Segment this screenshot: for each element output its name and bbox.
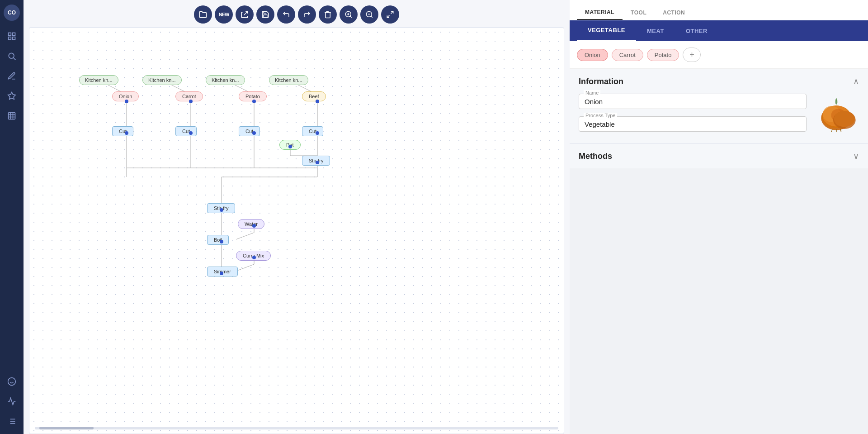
process-label: Process Type: [584, 113, 617, 118]
node-cut-4[interactable]: Cut: [302, 126, 323, 136]
star-icon[interactable]: [4, 88, 20, 104]
flow-canvas[interactable]: Kitchen kn... Kitchen kn... Kitchen kn..…: [29, 27, 564, 434]
onion-image: [814, 94, 859, 134]
dot-water: [252, 224, 256, 228]
svg-line-54: [236, 264, 254, 271]
list-icon[interactable]: [4, 413, 20, 429]
dot-cut-2: [189, 131, 193, 135]
main-content: NEW: [24, 0, 868, 434]
tab-action[interactable]: ACTION: [655, 5, 693, 20]
canvas-scrollbar[interactable]: [29, 426, 564, 430]
material-tags: Onion Carrot Potato +: [570, 41, 868, 69]
tag-carrot[interactable]: Carrot: [612, 49, 643, 61]
canvas-area: NEW: [24, 0, 570, 434]
tag-potato[interactable]: Potato: [647, 49, 679, 61]
svg-line-26: [371, 16, 372, 17]
name-label: Name: [584, 90, 600, 95]
node-boil[interactable]: Boil: [207, 235, 229, 245]
tag-onion[interactable]: Onion: [577, 49, 608, 61]
name-field-group: Name: [579, 94, 807, 109]
dot-carrot: [189, 100, 193, 103]
info-chevron-icon: ∧: [853, 76, 859, 86]
svg-line-5: [14, 58, 16, 60]
zoom-out-button[interactable]: [360, 5, 378, 24]
edit-icon[interactable]: [4, 68, 20, 84]
info-fields: Name Process Type: [579, 94, 807, 132]
dashboard-icon[interactable]: [4, 28, 20, 44]
sidebar: CO: [0, 0, 24, 434]
node-kitchen-4[interactable]: Kitchen kn...: [269, 75, 308, 85]
dot-curry: [252, 256, 256, 259]
svg-line-29: [387, 15, 389, 18]
fit-button[interactable]: [381, 5, 399, 24]
cat-vegetable[interactable]: VEGETABLE: [577, 20, 636, 41]
node-water[interactable]: Water: [238, 219, 264, 229]
open-button[interactable]: [194, 5, 212, 24]
information-header[interactable]: Information ∧: [570, 69, 868, 94]
svg-rect-2: [9, 37, 11, 40]
svg-rect-7: [9, 113, 15, 119]
add-material-button[interactable]: +: [683, 48, 701, 62]
right-panel: MATERIAL TOOL ACTION VEGETABLE MEAT OTHE…: [570, 0, 868, 434]
zoom-in-button[interactable]: [340, 5, 358, 24]
svg-rect-3: [13, 37, 15, 40]
tab-material[interactable]: MATERIAL: [577, 5, 623, 20]
delete-button[interactable]: [319, 5, 337, 24]
new-button[interactable]: NEW: [215, 5, 233, 24]
dot-stirfry-1: [316, 161, 319, 164]
cat-other[interactable]: OTHER: [675, 21, 718, 41]
svg-point-12: [8, 378, 16, 386]
scrollbar-track: [35, 427, 558, 429]
svg-line-28: [391, 11, 393, 14]
node-kitchen-3[interactable]: Kitchen kn...: [206, 75, 245, 85]
information-title: Information: [579, 77, 623, 86]
information-section: Information ∧ Name Process Type: [570, 69, 868, 143]
process-field-group: Process Type: [579, 116, 807, 132]
toolbar: NEW: [24, 0, 570, 27]
svg-line-51: [236, 233, 254, 239]
flow-lines: [29, 28, 564, 434]
dot-boil: [220, 240, 223, 243]
analytics-icon[interactable]: [4, 393, 20, 410]
svg-rect-0: [9, 33, 11, 36]
methods-chevron-icon: ∨: [853, 151, 859, 161]
methods-header[interactable]: Methods ∨: [570, 144, 868, 168]
svg-line-22: [350, 16, 351, 17]
dot-pot: [288, 145, 292, 148]
tab-tool[interactable]: TOOL: [623, 5, 655, 20]
node-kitchen-2[interactable]: Kitchen kn...: [142, 75, 182, 85]
svg-marker-6: [8, 92, 16, 100]
smile-icon[interactable]: [4, 373, 20, 390]
scrollbar-thumb[interactable]: [39, 427, 94, 429]
svg-point-63: [834, 111, 855, 127]
methods-title: Methods: [579, 152, 612, 161]
undo-button[interactable]: [277, 5, 295, 24]
dot-simmer: [220, 272, 223, 275]
grid-icon[interactable]: [4, 108, 20, 124]
node-kitchen-1[interactable]: Kitchen kn...: [79, 75, 118, 85]
panel-tabs: MATERIAL TOOL ACTION: [570, 0, 868, 20]
dot-beef: [316, 100, 319, 103]
dot-cut-3: [252, 131, 256, 135]
node-beef[interactable]: Beef: [302, 91, 326, 101]
name-input[interactable]: [585, 98, 801, 105]
dot-onion: [125, 100, 128, 103]
save-button[interactable]: [256, 5, 274, 24]
svg-rect-1: [13, 33, 15, 36]
onion-svg: [816, 96, 857, 132]
node-cut-1[interactable]: Cut: [112, 126, 133, 136]
search-icon[interactable]: [4, 48, 20, 64]
svg-point-4: [9, 53, 14, 58]
methods-section: Methods ∨: [570, 143, 868, 168]
node-cut-2[interactable]: Cut: [175, 126, 197, 136]
dot-potato: [252, 100, 256, 103]
information-body: Name Process Type: [570, 94, 868, 143]
avatar[interactable]: CO: [4, 5, 20, 21]
save-as-button[interactable]: [236, 5, 254, 24]
node-cut-3[interactable]: Cut: [239, 126, 260, 136]
category-bar: VEGETABLE MEAT OTHER: [570, 20, 868, 41]
cat-meat[interactable]: MEAT: [636, 21, 675, 41]
redo-button[interactable]: [298, 5, 316, 24]
process-input[interactable]: [585, 120, 801, 128]
dot-cut-1: [125, 131, 128, 135]
